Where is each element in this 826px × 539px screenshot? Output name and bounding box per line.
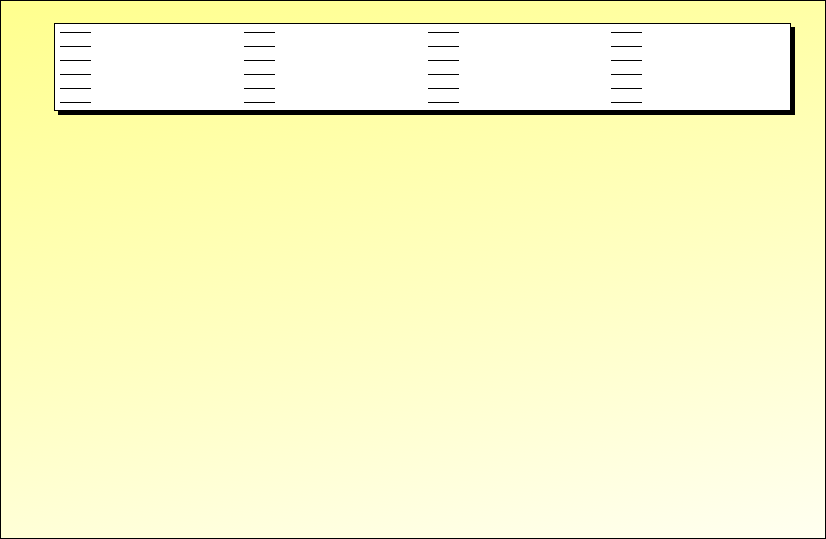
legend-item[interactable] xyxy=(423,67,607,81)
legend-swatch-icon xyxy=(60,88,91,89)
legend-item[interactable] xyxy=(55,81,239,95)
legend-swatch-icon xyxy=(244,88,275,89)
legend-swatch-icon xyxy=(60,32,91,33)
left-axis-title xyxy=(21,134,37,498)
legend-item[interactable] xyxy=(239,53,423,67)
legend-item[interactable] xyxy=(423,81,607,95)
legend-swatch-icon xyxy=(60,102,91,103)
legend-swatch-icon xyxy=(428,74,459,75)
legend-swatch-icon xyxy=(244,32,275,33)
legend-item[interactable] xyxy=(423,95,607,109)
legend-item[interactable] xyxy=(606,95,790,109)
legend-swatch-icon xyxy=(611,88,642,89)
legend-item[interactable] xyxy=(606,67,790,81)
legend-item[interactable] xyxy=(239,67,423,81)
legend-item[interactable] xyxy=(55,53,239,67)
legend-swatch-icon xyxy=(244,74,275,75)
legend-swatch-icon xyxy=(244,102,275,103)
legend-item[interactable] xyxy=(606,53,790,67)
legend-swatch-icon xyxy=(611,46,642,47)
legend-item[interactable] xyxy=(606,81,790,95)
legend-item[interactable] xyxy=(55,95,239,109)
legend-swatch-icon xyxy=(611,102,642,103)
legend-swatch-icon xyxy=(428,88,459,89)
legend-swatch-icon xyxy=(428,46,459,47)
legend-item[interactable] xyxy=(423,25,607,39)
legend-item[interactable] xyxy=(239,39,423,53)
legend-swatch-icon xyxy=(428,60,459,61)
right-axis-title xyxy=(793,134,808,498)
legend-swatch-icon xyxy=(60,74,91,75)
legend-swatch-icon xyxy=(428,32,459,33)
legend-item[interactable] xyxy=(423,39,607,53)
legend-item[interactable] xyxy=(55,67,239,81)
legend-swatch-icon xyxy=(428,102,459,103)
legend-item[interactable] xyxy=(55,39,239,53)
legend-swatch-icon xyxy=(244,46,275,47)
legend-swatch-icon xyxy=(611,32,642,33)
legend-item[interactable] xyxy=(423,53,607,67)
legend-swatch-icon xyxy=(611,60,642,61)
legend-item[interactable] xyxy=(55,25,239,39)
legend-swatch-icon xyxy=(60,60,91,61)
legend-item[interactable] xyxy=(239,95,423,109)
legend-item[interactable] xyxy=(606,25,790,39)
legend-swatch-icon xyxy=(611,74,642,75)
curve-window xyxy=(0,0,826,539)
legend-swatch-icon xyxy=(244,60,275,61)
legend-item[interactable] xyxy=(239,81,423,95)
legend xyxy=(54,23,791,111)
legend-item[interactable] xyxy=(239,25,423,39)
legend-item[interactable] xyxy=(606,39,790,53)
legend-swatch-icon xyxy=(60,46,91,47)
